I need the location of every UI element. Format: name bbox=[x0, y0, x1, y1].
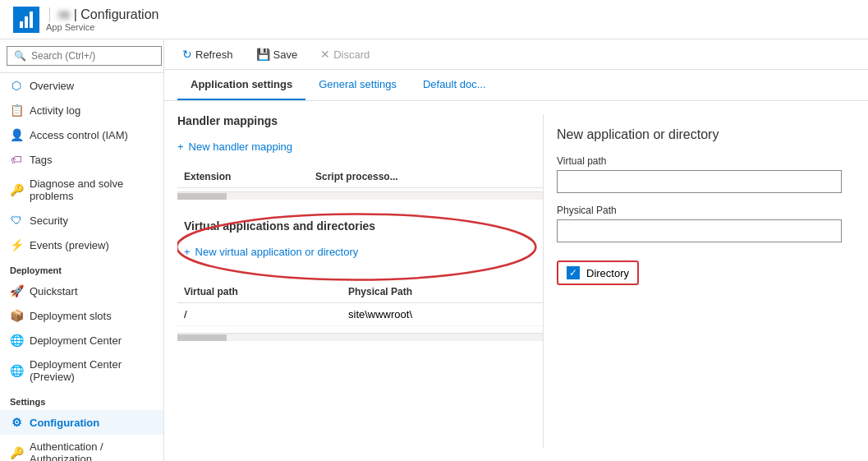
tab-bar: Application settings General settings De… bbox=[164, 70, 868, 101]
top-header: re | Configuration App Service bbox=[0, 0, 868, 39]
physical-path-input[interactable] bbox=[557, 219, 842, 242]
sidebar-item-tags[interactable]: 🏷 Tags bbox=[0, 147, 163, 172]
diagnose-icon: 🔑 bbox=[10, 183, 23, 196]
virtual-apps-title: Virtual applications and directories bbox=[184, 219, 536, 233]
sidebar-item-diagnose[interactable]: 🔑 Diagnose and solve problems bbox=[0, 172, 163, 208]
access-control-icon: 👤 bbox=[10, 128, 23, 141]
table-row[interactable]: / site\wwwroot\ bbox=[177, 303, 543, 326]
sidebar-item-dc-label: Deployment Center bbox=[30, 334, 122, 347]
deployment-section-header: Deployment bbox=[0, 257, 163, 279]
sidebar-item-security-label: Security bbox=[30, 214, 68, 227]
add-virtual-icon: + bbox=[184, 246, 191, 258]
sidebar-item-diagnose-label: Diagnose and solve problems bbox=[30, 177, 154, 202]
handler-table-header: Extension Script processo... bbox=[177, 166, 543, 188]
sidebar-item-security[interactable]: 🛡 Security bbox=[0, 208, 163, 233]
sidebar-item-overview-label: Overview bbox=[30, 80, 74, 92]
col-vpath-header: Virtual path bbox=[177, 286, 342, 297]
sidebar-item-slots-label: Deployment slots bbox=[30, 310, 112, 322]
right-panel: New application or directory Virtual pat… bbox=[543, 114, 855, 448]
content-area: ↻ Refresh 💾 Save ✕ Discard Application s… bbox=[164, 39, 868, 461]
tab-application-settings[interactable]: Application settings bbox=[177, 70, 305, 100]
sidebar-item-access-label: Access control (IAM) bbox=[30, 129, 128, 141]
sidebar-item-dcp-label: Deployment Center (Preview) bbox=[30, 358, 154, 383]
handler-scrollbar-thumb bbox=[177, 193, 227, 200]
sidebar-item-overview[interactable]: ⬡ Overview bbox=[0, 73, 163, 98]
settings-section-header: Settings bbox=[0, 389, 163, 410]
sidebar-item-auth-label: Authentication / Authorization bbox=[30, 440, 154, 461]
sidebar-item-quickstart[interactable]: 🚀 Quickstart bbox=[0, 279, 163, 303]
physical-path-label: Physical Path bbox=[557, 205, 842, 216]
logo-bar-1 bbox=[20, 21, 23, 28]
logo-bars bbox=[20, 12, 33, 28]
sidebar: 🔍 « ⬡ Overview 📋 Activity log 👤 Access c… bbox=[0, 39, 164, 461]
sidebar-item-config-label: Configuration bbox=[30, 417, 99, 429]
discard-button[interactable]: ✕ Discard bbox=[315, 44, 374, 64]
sidebar-item-quickstart-label: Quickstart bbox=[30, 285, 78, 297]
col-ppath-header: Physical Path bbox=[342, 286, 543, 297]
main-layout: 🔍 « ⬡ Overview 📋 Activity log 👤 Access c… bbox=[0, 39, 868, 461]
auth-icon: 🔑 bbox=[10, 446, 23, 459]
sidebar-item-access-control[interactable]: 👤 Access control (IAM) bbox=[0, 122, 163, 147]
content-body: Handler mappings + New handler mapping E… bbox=[164, 101, 868, 461]
discard-icon: ✕ bbox=[320, 48, 330, 61]
sidebar-item-deployment-slots[interactable]: 📦 Deployment slots bbox=[0, 303, 163, 328]
virtual-path-input[interactable] bbox=[557, 170, 842, 193]
sidebar-search: 🔍 « bbox=[0, 39, 163, 73]
sidebar-item-deployment-center-preview[interactable]: 🌐 Deployment Center (Preview) bbox=[0, 353, 163, 389]
virtual-scrollbar[interactable] bbox=[177, 333, 543, 341]
save-icon: 💾 bbox=[256, 48, 270, 61]
right-panel-title: New application or directory bbox=[557, 127, 842, 142]
tab-general-settings[interactable]: General settings bbox=[305, 70, 410, 100]
search-icon: 🔍 bbox=[14, 50, 26, 62]
checkbox-check-icon: ✓ bbox=[569, 267, 577, 279]
logo-icon bbox=[13, 7, 39, 33]
search-input[interactable] bbox=[31, 50, 154, 62]
add-virtual-app-button[interactable]: + New virtual application or directory bbox=[184, 242, 358, 261]
tab-default-documents[interactable]: Default doc... bbox=[410, 70, 499, 100]
sidebar-item-tags-label: Tags bbox=[30, 154, 52, 166]
deployment-slots-icon: 📦 bbox=[10, 309, 23, 322]
page-title: re | Configuration bbox=[49, 7, 158, 22]
virtual-scrollbar-thumb bbox=[177, 334, 227, 341]
logo-bar-3 bbox=[30, 12, 33, 28]
save-button[interactable]: 💾 Save bbox=[251, 44, 303, 64]
configuration-icon: ⚙ bbox=[10, 416, 23, 429]
handler-scrollbar[interactable] bbox=[177, 191, 543, 200]
physical-path-cell: site\wwwroot\ bbox=[342, 308, 543, 320]
virtual-apps-section: Virtual applications and directories + N… bbox=[177, 216, 543, 341]
tags-icon: 🏷 bbox=[10, 153, 23, 166]
refresh-button[interactable]: ↻ Refresh bbox=[177, 44, 238, 64]
main-content: Handler mappings + New handler mapping E… bbox=[177, 114, 543, 448]
virtual-apps-inner: Virtual applications and directories + N… bbox=[177, 216, 543, 274]
col-script-header: Script processo... bbox=[309, 171, 543, 182]
directory-row: ✓ Directory bbox=[557, 260, 842, 285]
security-icon: 🛡 bbox=[10, 214, 23, 227]
add-handler-mapping-button[interactable]: + New handler mapping bbox=[177, 137, 292, 156]
directory-checkbox-highlight: ✓ Directory bbox=[557, 260, 639, 285]
sidebar-item-deployment-center[interactable]: 🌐 Deployment Center bbox=[0, 328, 163, 353]
deployment-center-preview-icon: 🌐 bbox=[10, 364, 23, 377]
virtual-path-cell: / bbox=[177, 308, 342, 320]
directory-checkbox[interactable]: ✓ bbox=[567, 266, 580, 279]
handler-mappings-title: Handler mappings bbox=[177, 114, 543, 127]
activity-log-icon: 📋 bbox=[10, 104, 23, 117]
sidebar-item-activity-log[interactable]: 📋 Activity log bbox=[0, 98, 163, 122]
virtual-table-header: Virtual path Physical Path bbox=[177, 281, 543, 303]
sidebar-item-authentication[interactable]: 🔑 Authentication / Authorization bbox=[0, 435, 163, 461]
refresh-icon: ↻ bbox=[182, 48, 192, 61]
events-icon: ⚡ bbox=[10, 238, 23, 251]
search-wrapper[interactable]: 🔍 bbox=[7, 46, 162, 66]
handler-mappings-section: Handler mappings + New handler mapping E… bbox=[177, 114, 543, 200]
sidebar-item-events[interactable]: ⚡ Events (preview) bbox=[0, 233, 163, 257]
virtual-path-label: Virtual path bbox=[557, 155, 842, 167]
overview-icon: ⬡ bbox=[10, 79, 23, 92]
col-extension-header: Extension bbox=[177, 171, 309, 182]
sidebar-item-activity-label: Activity log bbox=[30, 104, 80, 117]
quickstart-icon: 🚀 bbox=[10, 284, 23, 297]
sidebar-item-configuration[interactable]: ⚙ Configuration bbox=[0, 410, 163, 435]
app-logo: re | Configuration App Service bbox=[13, 7, 158, 33]
sidebar-item-events-label: Events (preview) bbox=[30, 239, 109, 251]
logo-bar-2 bbox=[25, 16, 28, 28]
deployment-center-icon: 🌐 bbox=[10, 334, 23, 347]
add-handler-icon: + bbox=[177, 141, 184, 153]
